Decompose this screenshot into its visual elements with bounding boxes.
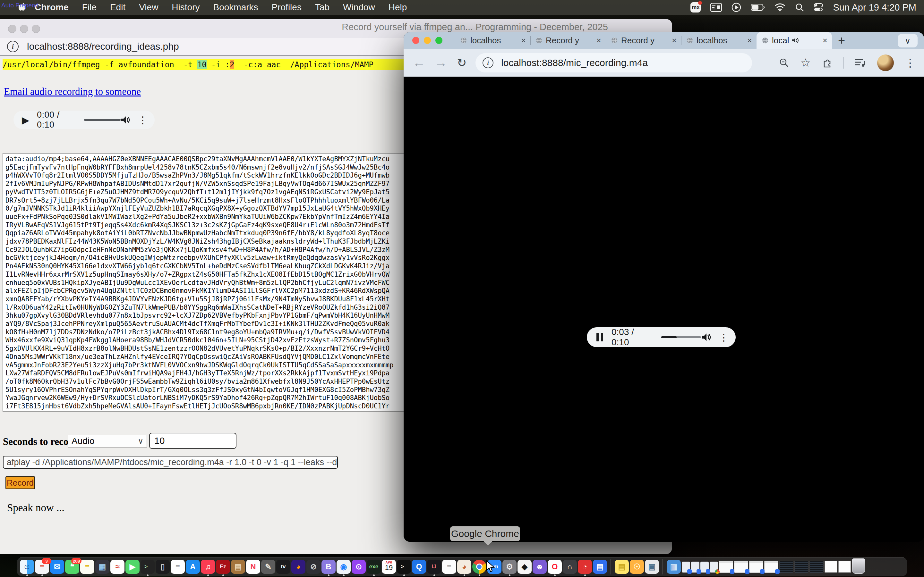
media-controls-icon[interactable]: [855, 58, 866, 68]
volume-icon[interactable]: [701, 332, 711, 342]
site-info-icon[interactable]: i: [7, 41, 19, 52]
menu-item-edit[interactable]: Edit: [103, 2, 132, 13]
search-icon[interactable]: [795, 3, 804, 12]
dock-item-photo-frame[interactable]: ▣: [645, 560, 659, 576]
dock-item-gauge-app[interactable]: ◔: [578, 560, 592, 576]
forward-icon[interactable]: →: [435, 55, 447, 70]
dock-item-blue-docs[interactable]: ▤: [593, 560, 607, 576]
menu-item-window[interactable]: Window: [336, 2, 382, 13]
play-circle-icon[interactable]: [732, 3, 741, 12]
dock-item-quicktime[interactable]: Q: [412, 560, 426, 576]
dock-item-minimized-window[interactable]: [734, 561, 748, 576]
dock-item-waveform-app[interactable]: ≈: [110, 560, 124, 576]
extensions-icon[interactable]: [822, 57, 833, 68]
menu-clock[interactable]: Sun Apr 19 4:20 PM: [833, 2, 916, 13]
dock-item-finder[interactable]: ☺: [20, 560, 34, 576]
dock-item-launchpad[interactable]: ▦: [95, 560, 110, 576]
browser-tab-localhos[interactable]: localhos×: [681, 32, 756, 49]
browser-tab-record-y[interactable]: Record y×: [606, 32, 681, 49]
dock-item-news[interactable]: N: [246, 560, 260, 576]
dock-item-opera[interactable]: O: [548, 560, 562, 576]
dock-item-minimized-window[interactable]: [809, 561, 824, 576]
dock-item-minimized-window[interactable]: [710, 562, 718, 576]
zoom-button[interactable]: [435, 37, 443, 44]
more-options-icon[interactable]: ⋮: [138, 114, 148, 126]
pause-icon[interactable]: [596, 333, 603, 342]
menu-item-bookmarks[interactable]: Bookmarks: [206, 2, 265, 13]
dock-item-firefox[interactable]: ◕: [291, 560, 305, 576]
seek-bar[interactable]: [84, 119, 121, 121]
dock-item-notes[interactable]: ≡: [80, 560, 94, 576]
dock-item-minimized-window[interactable]: [691, 562, 699, 576]
dock-item-music[interactable]: ♫: [201, 560, 215, 576]
tab-close-icon[interactable]: ×: [596, 35, 601, 45]
dock-item-reminders[interactable]: ≡3: [35, 560, 49, 576]
seconds-input[interactable]: 10: [149, 433, 236, 449]
seek-bar[interactable]: [661, 336, 701, 338]
dock-item-minimized-window[interactable]: [749, 561, 763, 576]
control-center-icon[interactable]: [814, 3, 823, 12]
dock-item-app-store[interactable]: A: [186, 560, 200, 576]
dock-item-minimized-window[interactable]: [682, 562, 690, 576]
back-icon[interactable]: ←: [413, 55, 425, 70]
browser-tab-localhos[interactable]: localhos×: [455, 32, 530, 49]
more-options-icon[interactable]: ⋮: [719, 332, 729, 343]
dock-item-safari[interactable]: ◉: [336, 560, 351, 576]
dock-item-minimized-window[interactable]: [719, 561, 733, 576]
menu-item-history[interactable]: History: [165, 2, 206, 13]
dock-item-blocked-app[interactable]: ⊘: [306, 560, 320, 576]
menu-item-tab[interactable]: Tab: [309, 2, 336, 13]
dock-item-paint-palette[interactable]: ◕: [457, 560, 471, 576]
wifi-icon[interactable]: [774, 3, 785, 11]
dock-item-calendar[interactable]: APR19: [382, 560, 396, 576]
dock-item-minimized-window[interactable]: [764, 561, 779, 576]
browser-tab-local[interactable]: local×: [756, 32, 832, 49]
dock-item-minimized-window[interactable]: [825, 561, 837, 576]
zoom-button-inactive[interactable]: [32, 25, 40, 33]
play-icon[interactable]: ▶: [22, 114, 29, 126]
dock-item-exec-terminal[interactable]: exe: [367, 560, 381, 576]
dock-item-gimp[interactable]: ✎: [261, 560, 275, 576]
dock-item-mail[interactable]: ✉: [50, 560, 64, 576]
dock-item-textedit[interactable]: ≡: [171, 560, 185, 576]
zoom-out-icon[interactable]: [779, 57, 790, 68]
profile-avatar[interactable]: [877, 55, 894, 71]
dock-item-blue-container[interactable]: ▥: [667, 560, 681, 576]
dock-item-intellij-idea[interactable]: IJ: [427, 560, 441, 576]
dock-item-minimized-window[interactable]: [779, 561, 793, 576]
menu-item-file[interactable]: File: [75, 2, 103, 13]
email-recording-link[interactable]: Email audio recording to someone: [4, 86, 141, 97]
tab-close-icon[interactable]: ×: [747, 35, 752, 45]
dock-item-minimized-window[interactable]: [795, 561, 809, 576]
close-button-inactive[interactable]: [8, 25, 16, 33]
new-tab-button[interactable]: +: [835, 34, 848, 47]
dock-item-lightbulb-app[interactable]: ☉: [630, 560, 644, 576]
dock-item-messages[interactable]: ❝208: [65, 560, 79, 576]
dock-item-document[interactable]: ≡: [442, 560, 456, 576]
tab-close-icon[interactable]: ×: [521, 35, 526, 45]
tab-close-icon[interactable]: ×: [822, 35, 827, 45]
media-type-select[interactable]: Audio ∨: [68, 435, 147, 448]
tab-search-button[interactable]: ∨: [898, 34, 918, 47]
dock-item-phone-mirroring[interactable]: ▯: [156, 560, 170, 576]
app-status-icon[interactable]: mx: [690, 2, 701, 13]
dock-item-tooth-app[interactable]: ∩: [563, 560, 577, 576]
back-url-text[interactable]: localhost:8888/recording_ideas.php: [27, 41, 179, 52]
dock-item-terminal-2[interactable]: >_: [397, 560, 411, 576]
dock-item-filezilla[interactable]: Fz: [216, 560, 230, 576]
dock-item-google-chrome[interactable]: [472, 560, 486, 576]
dock-item-system-settings[interactable]: ⚙: [502, 560, 517, 576]
tab-close-icon[interactable]: ×: [672, 35, 677, 45]
battery-icon[interactable]: [751, 3, 765, 11]
dock-item-facetime[interactable]: ▶: [126, 560, 140, 576]
record-button[interactable]: Record: [5, 476, 35, 489]
url-text[interactable]: localhost:8888/mic_recording.m4a: [501, 57, 648, 68]
audio-player[interactable]: 0:03 / 0:10 ⋮: [587, 327, 736, 347]
dock-item-minimized-window[interactable]: [700, 562, 709, 576]
dock-item-podcasts[interactable]: ⊙: [352, 560, 366, 576]
keyboard-window-icon[interactable]: [710, 3, 722, 12]
close-button[interactable]: [412, 37, 419, 44]
address-bar[interactable]: i localhost:8888/mic_recording.m4a: [475, 53, 752, 73]
afplay-command-input[interactable]: afplay -d /Applications/MAMP/htdocs/mic_…: [3, 456, 338, 469]
dock-item-b-app[interactable]: B: [321, 560, 336, 576]
